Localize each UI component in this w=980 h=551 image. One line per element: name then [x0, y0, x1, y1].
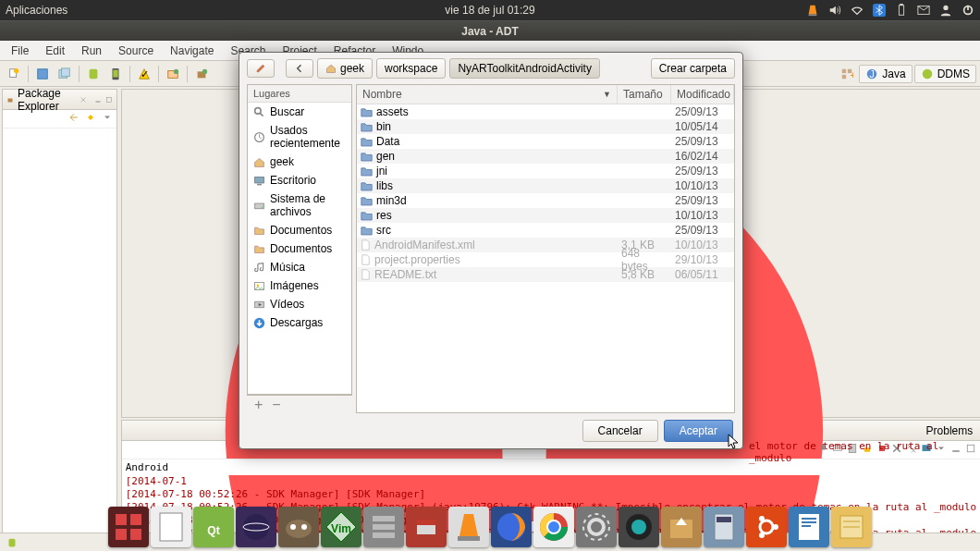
- sdk-manager-icon[interactable]: [83, 64, 104, 84]
- dock-app-1[interactable]: [108, 507, 149, 547]
- link-icon[interactable]: [85, 112, 96, 123]
- dock-files[interactable]: [363, 507, 404, 547]
- add-bookmark-icon[interactable]: +: [254, 399, 263, 410]
- perspective-ddms[interactable]: DDMS: [914, 65, 976, 83]
- dock-calculator[interactable]: [704, 507, 744, 547]
- dock-vim[interactable]: Vim: [321, 507, 361, 547]
- accept-button[interactable]: Aceptar: [664, 420, 733, 442]
- place-documentos[interactable]: Documentos: [248, 239, 351, 258]
- create-folder-button[interactable]: Crear carpeta: [651, 58, 735, 79]
- place-usados-recientemente[interactable]: Usados recientemente: [248, 121, 351, 153]
- dock-ubuntu[interactable]: [746, 507, 787, 547]
- file-row[interactable]: libs10/10/13: [357, 178, 734, 193]
- col-date[interactable]: Modificado: [671, 85, 734, 104]
- file-row[interactable]: README.txt5,8 KB06/05/11: [357, 267, 734, 282]
- dock-transmission[interactable]: [406, 507, 447, 547]
- file-row[interactable]: jni25/09/13: [357, 164, 734, 178]
- col-size[interactable]: Tamaño: [618, 85, 671, 104]
- clock[interactable]: vie 18 de jul 01:29: [445, 4, 534, 17]
- svg-rect-1: [809, 14, 817, 16]
- dock-software[interactable]: [661, 507, 702, 547]
- places-header: Lugares: [248, 85, 351, 103]
- close-icon[interactable]: [80, 94, 87, 105]
- dock-notes[interactable]: [831, 507, 872, 547]
- place-sistema-de-archivos[interactable]: Sistema de archivos: [248, 190, 351, 221]
- place-documentos[interactable]: Documentos: [248, 221, 351, 239]
- place-música[interactable]: Música: [248, 258, 351, 276]
- path-segment-home[interactable]: geek: [317, 58, 373, 79]
- battery-icon[interactable]: [895, 4, 908, 17]
- svg-marker-77: [459, 514, 478, 536]
- place-vídeos[interactable]: Vídeos: [248, 295, 351, 313]
- dock-chrome[interactable]: [533, 507, 574, 547]
- file-list[interactable]: Nombre▼ Tamaño Modificado assets25/09/13…: [356, 84, 735, 413]
- dock-writer[interactable]: [789, 507, 829, 547]
- cancel-button[interactable]: Cancelar: [582, 420, 658, 442]
- network-icon[interactable]: [851, 4, 864, 17]
- file-row[interactable]: bin10/05/14: [357, 119, 734, 134]
- applications-menu[interactable]: Aplicaciones: [6, 4, 67, 17]
- dock-vlc[interactable]: [448, 507, 489, 547]
- file-row[interactable]: src25/09/13: [357, 223, 734, 238]
- folder-icon: [361, 166, 373, 177]
- menu-edit[interactable]: Edit: [38, 43, 72, 59]
- dock-eclipse[interactable]: [236, 507, 276, 547]
- vlc-tray-icon[interactable]: [806, 4, 819, 17]
- search-icon: [253, 106, 265, 118]
- volume-icon[interactable]: [828, 4, 841, 17]
- dock-libreoffice[interactable]: [151, 507, 191, 547]
- mail-icon[interactable]: [917, 4, 930, 17]
- place-descargas[interactable]: Descargas: [248, 313, 351, 332]
- remove-bookmark-icon[interactable]: −: [272, 399, 280, 410]
- menu-icon[interactable]: [102, 112, 113, 123]
- file-row[interactable]: Data25/09/13: [357, 134, 734, 149]
- place-geek[interactable]: geek: [248, 153, 351, 171]
- android-status-icon[interactable]: [6, 536, 18, 549]
- power-icon[interactable]: [962, 4, 974, 17]
- menu-run[interactable]: Run: [74, 43, 109, 59]
- folder-icon: [361, 137, 373, 147]
- file-row[interactable]: gen16/02/14: [357, 149, 734, 164]
- file-row[interactable]: min3d25/09/13: [357, 193, 734, 208]
- file-row[interactable]: AndroidManifest.xml3,1 KB10/10/13: [357, 238, 734, 252]
- dock-settings[interactable]: [576, 507, 617, 547]
- file-row[interactable]: project.properties648 bytes29/10/13: [357, 252, 734, 267]
- bluetooth-icon[interactable]: [873, 4, 886, 17]
- user-icon[interactable]: [939, 4, 952, 17]
- problems-tab[interactable]: Problems: [926, 424, 974, 437]
- svg-point-67: [286, 520, 312, 538]
- svg-point-96: [759, 533, 765, 538]
- dock-gimp[interactable]: [278, 507, 319, 547]
- save-all-icon[interactable]: [55, 64, 75, 84]
- dock-qt[interactable]: Qt: [193, 507, 234, 547]
- save-icon[interactable]: [32, 64, 53, 84]
- svg-point-10: [14, 67, 18, 72]
- minimize-icon[interactable]: [94, 94, 102, 105]
- file-row[interactable]: res10/10/13: [357, 208, 734, 223]
- svg-point-65: [243, 514, 269, 540]
- svg-rect-50: [257, 183, 262, 185]
- svg-point-94: [773, 524, 778, 530]
- path-segment-current[interactable]: NyARToolkitAndroidActivity: [449, 58, 600, 79]
- svg-point-69: [301, 524, 307, 530]
- folder-icon: [253, 243, 265, 255]
- file-row[interactable]: assets25/09/13: [357, 104, 734, 119]
- dock-shotwell[interactable]: [619, 507, 659, 547]
- dock-firefox[interactable]: [491, 507, 532, 547]
- place-escritorio[interactable]: Escritorio: [248, 171, 351, 190]
- maximize-icon[interactable]: [105, 94, 113, 105]
- place-buscar[interactable]: Buscar: [248, 103, 351, 121]
- svg-point-46: [255, 107, 262, 114]
- new-icon[interactable]: [4, 64, 24, 84]
- svg-rect-63: [160, 513, 182, 541]
- col-name[interactable]: Nombre▼: [357, 85, 618, 104]
- place-imágenes[interactable]: Imágenes: [248, 276, 351, 295]
- path-segment-workspace[interactable]: workspace: [376, 58, 446, 79]
- svg-rect-76: [417, 520, 435, 525]
- collapse-icon[interactable]: [68, 112, 80, 123]
- back-button[interactable]: [286, 59, 313, 78]
- avd-manager-icon[interactable]: [105, 64, 126, 84]
- menu-file[interactable]: File: [4, 43, 36, 59]
- edit-path-button[interactable]: [247, 59, 275, 78]
- svg-rect-31: [106, 97, 111, 102]
